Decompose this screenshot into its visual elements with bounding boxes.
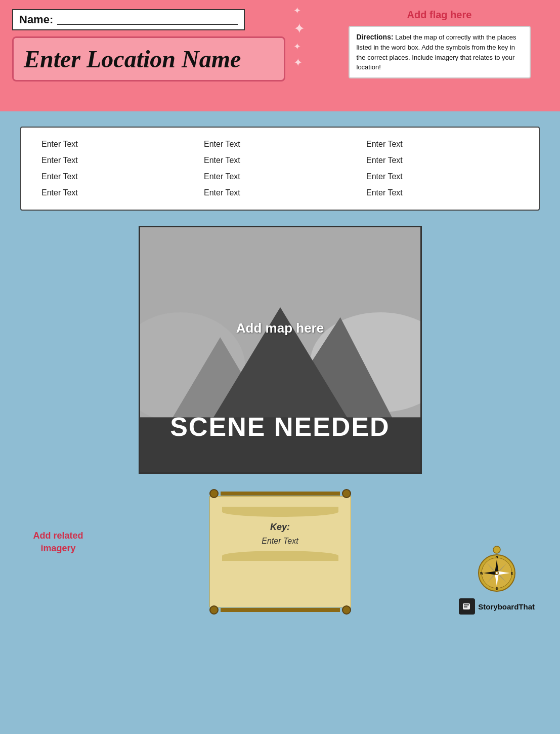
scroll-bottom-curl [222,551,338,561]
word-cell-1-2[interactable]: Enter Text [36,154,199,167]
rod-end-bottom-right [342,605,351,615]
word-cell-3-1[interactable]: Enter Text [361,138,524,151]
svg-rect-25 [464,604,469,605]
add-map-label: Add map here [236,320,324,336]
scroll-bottom-rod [209,605,351,615]
rod-bar-bottom [221,608,340,612]
name-underline [57,15,238,25]
word-cell-3-3[interactable]: Enter Text [361,170,524,183]
star-icon-4: ✦ [293,56,305,69]
scroll-area: Add related imagery Key: Enter Text [20,489,540,615]
directions-box: Directions: Label the map of correctly w… [349,26,531,78]
word-cell-3-2[interactable]: Enter Text [361,154,524,167]
location-title: Enter Location Name [24,46,241,72]
name-field[interactable]: Name: [12,9,245,30]
rod-end-top-left [209,489,219,498]
word-cell-2-1[interactable]: Enter Text [199,138,361,151]
key-text[interactable]: Enter Text [262,537,298,546]
brand-label: StoryboardThat [478,602,535,611]
scene-needed-label: SCENE NEEDED [170,412,390,442]
add-flag-label[interactable]: Add flag here [407,9,472,21]
rod-end-top-right [342,489,351,498]
svg-text:N: N [496,555,498,559]
header-right: ✦ ✦ ✦ ✦ Add flag here Directions: Label … [288,0,560,111]
storyboard-brand: StoryboardThat [459,598,535,615]
word-cell-2-2[interactable]: Enter Text [199,154,361,167]
scroll-top-rod [209,489,351,498]
mountain-scene: Add map here SCENE NEEDED [140,227,420,472]
name-label: Name: [19,13,53,26]
rod-bar-top [221,492,340,496]
brand-icon [459,598,475,615]
svg-text:W: W [480,572,484,575]
compass-svg: N S W E [471,544,522,594]
word-cell-1-3[interactable]: Enter Text [36,170,199,183]
word-cell-2-4[interactable]: Enter Text [199,186,361,199]
svg-point-19 [496,572,498,574]
brand-logo-icon [462,601,472,611]
svg-text:S: S [496,587,498,590]
star-icon-1: ✦ [293,5,305,16]
svg-text:E: E [511,572,513,575]
main-content: Enter Text Enter Text Enter Text Enter T… [0,111,560,734]
word-cell-3-4[interactable]: Enter Text [361,186,524,199]
star-icon-2: ✦ [293,20,305,37]
location-title-box[interactable]: Enter Location Name [12,36,285,81]
directions-bold: Directions: [357,33,394,41]
map-container[interactable]: Add map here SCENE NEEDED [139,226,422,474]
word-cell-1-4[interactable]: Enter Text [36,186,199,199]
scroll-wrapper: Key: Enter Text [209,489,351,615]
stars-decoration: ✦ ✦ ✦ ✦ [293,5,305,69]
add-imagery-label[interactable]: Add related imagery [20,529,96,555]
svg-rect-26 [464,606,467,607]
word-cell-2-3[interactable]: Enter Text [199,170,361,183]
compass-area: N S W E StoryboardThat [459,544,535,615]
star-icon-3: ✦ [293,41,305,52]
word-cell-1-1[interactable]: Enter Text [36,138,199,151]
scroll-body: Key: Enter Text [209,496,351,607]
scroll-top-curl [222,507,338,517]
key-title[interactable]: Key: [270,522,290,533]
header-left: Name: Enter Location Name [0,0,288,111]
header: Name: Enter Location Name ✦ ✦ ✦ ✦ Add fl… [0,0,560,111]
word-box: Enter Text Enter Text Enter Text Enter T… [20,127,540,211]
svg-point-7 [493,546,500,553]
rod-end-bottom-left [209,605,219,615]
